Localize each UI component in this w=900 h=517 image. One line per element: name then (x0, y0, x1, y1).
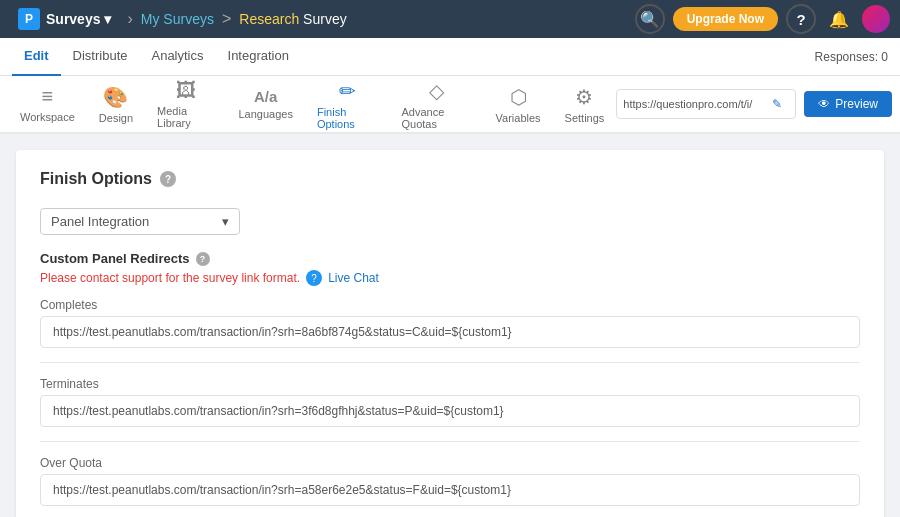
breadcrumb-current: Research Survey (239, 11, 346, 27)
custom-panel-help-icon[interactable]: ? (196, 252, 210, 266)
finish-options-icon: ✏ (339, 79, 356, 103)
breadcrumb-separator: › (127, 10, 132, 28)
breadcrumb-my-surveys[interactable]: My Surveys (141, 11, 214, 27)
toolbar-languages[interactable]: A/a Languages (226, 82, 304, 126)
surveys-dropdown[interactable]: Surveys ▾ (46, 11, 111, 27)
bell-button[interactable]: 🔔 (824, 4, 854, 34)
completes-section: Completes https://test.peanutlabs.com/tr… (40, 298, 860, 348)
preview-eye-icon: 👁 (818, 97, 830, 111)
media-library-icon: 🖼 (176, 79, 196, 102)
completes-url: https://test.peanutlabs.com/transaction/… (40, 316, 860, 348)
section-help-icon[interactable]: ? (160, 171, 176, 187)
advance-quotas-icon: ◇ (429, 79, 444, 103)
search-button[interactable]: 🔍 (635, 4, 665, 34)
top-nav-actions: 🔍 Upgrade Now ? 🔔 (635, 4, 890, 34)
languages-icon: A/a (254, 88, 277, 105)
over-quota-section: Over Quota https://test.peanutlabs.com/t… (40, 456, 860, 506)
toolbar-settings[interactable]: ⚙ Settings (553, 79, 617, 130)
toolbar-design[interactable]: 🎨 Design (87, 79, 145, 130)
media-library-label: Media Library (157, 105, 214, 129)
help-button[interactable]: ? (786, 4, 816, 34)
breadcrumb-highlight: Research (239, 11, 299, 27)
over-quota-label: Over Quota (40, 456, 860, 470)
nav-integration[interactable]: Integration (216, 38, 301, 76)
toolbar-finish-options[interactable]: ✏ Finish Options (305, 73, 390, 136)
live-chat-link[interactable]: Live Chat (328, 271, 379, 285)
variables-icon: ⬡ (510, 85, 527, 109)
url-edit-icon[interactable]: ✎ (772, 97, 782, 111)
surveys-label: Surveys (46, 11, 100, 27)
nav-edit[interactable]: Edit (12, 38, 61, 76)
support-message: Please contact support for the survey li… (40, 271, 300, 285)
breadcrumb-separator-2: > (222, 10, 231, 28)
section-title-text: Finish Options (40, 170, 152, 188)
top-nav: P Surveys ▾ › My Surveys > Research Surv… (0, 0, 900, 38)
settings-label: Settings (565, 112, 605, 124)
support-text: Please contact support for the survey li… (40, 270, 860, 286)
responses-count: Responses: 0 (815, 50, 888, 64)
finish-options-label: Finish Options (317, 106, 378, 130)
content-card: Finish Options ? Panel Integration ▾ Cus… (16, 150, 884, 517)
preview-label: Preview (835, 97, 878, 111)
design-label: Design (99, 112, 133, 124)
dropdown-selected: Panel Integration (51, 214, 149, 229)
app-logo[interactable]: P Surveys ▾ (10, 8, 119, 30)
settings-icon: ⚙ (575, 85, 593, 109)
toolbar-media-library[interactable]: 🖼 Media Library (145, 73, 226, 135)
terminates-label: Terminates (40, 377, 860, 391)
completes-label: Completes (40, 298, 860, 312)
second-nav: Edit Distribute Analytics Integration Re… (0, 38, 900, 76)
toolbar: ≡ Workspace 🎨 Design 🖼 Media Library A/a… (0, 76, 900, 134)
panel-dropdown[interactable]: Panel Integration ▾ (40, 208, 240, 235)
caret-icon: ▾ (104, 11, 111, 27)
workspace-icon: ≡ (42, 85, 54, 108)
preview-button[interactable]: 👁 Preview (804, 91, 892, 117)
advance-quotas-label: Advance Quotas (401, 106, 471, 130)
p-icon: P (18, 8, 40, 30)
dropdown-caret-icon: ▾ (222, 214, 229, 229)
user-avatar[interactable] (862, 5, 890, 33)
url-box: ✎ (616, 89, 796, 119)
divider-1 (40, 362, 860, 363)
custom-panel-label: Custom Panel Redirects ? (40, 251, 860, 266)
toolbar-workspace[interactable]: ≡ Workspace (8, 79, 87, 129)
terminates-section: Terminates https://test.peanutlabs.com/t… (40, 377, 860, 427)
toolbar-variables[interactable]: ⬡ Variables (484, 79, 553, 130)
upgrade-button[interactable]: Upgrade Now (673, 7, 778, 31)
languages-label: Languages (238, 108, 292, 120)
custom-panel-text: Custom Panel Redirects (40, 251, 190, 266)
live-chat-help-icon[interactable]: ? (306, 270, 322, 286)
divider-2 (40, 441, 860, 442)
nav-analytics[interactable]: Analytics (139, 38, 215, 76)
main-content: Finish Options ? Panel Integration ▾ Cus… (0, 134, 900, 517)
toolbar-advance-quotas[interactable]: ◇ Advance Quotas (389, 73, 483, 136)
terminates-url: https://test.peanutlabs.com/transaction/… (40, 395, 860, 427)
section-title: Finish Options ? (40, 170, 860, 188)
design-icon: 🎨 (103, 85, 128, 109)
nav-distribute[interactable]: Distribute (61, 38, 140, 76)
url-input[interactable] (623, 98, 768, 110)
variables-label: Variables (496, 112, 541, 124)
workspace-label: Workspace (20, 111, 75, 123)
over-quota-url: https://test.peanutlabs.com/transaction/… (40, 474, 860, 506)
